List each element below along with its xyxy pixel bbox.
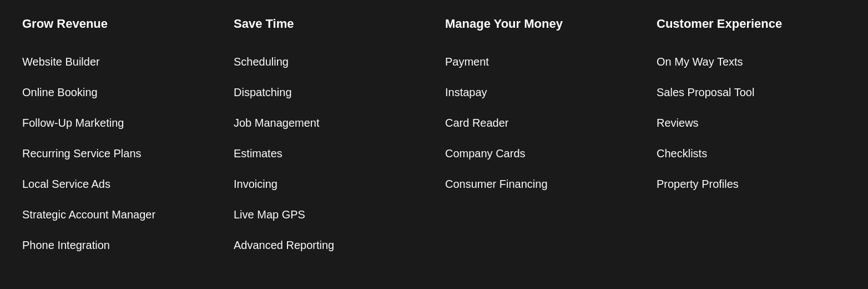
list-item[interactable]: Checklists — [657, 138, 846, 169]
list-item[interactable]: Follow-Up Marketing — [22, 108, 211, 138]
list-item[interactable]: Live Map GPS — [234, 200, 423, 230]
list-item[interactable]: Recurring Service Plans — [22, 138, 211, 169]
list-item[interactable]: Website Builder — [22, 47, 211, 77]
list-item[interactable]: Phone Integration — [22, 230, 211, 261]
list-item[interactable]: Strategic Account Manager — [22, 200, 211, 230]
list-item[interactable]: Estimates — [234, 138, 423, 169]
list-item[interactable]: Card Reader — [445, 108, 634, 138]
list-item[interactable]: Reviews — [657, 108, 846, 138]
list-item[interactable]: Advanced Reporting — [234, 230, 423, 261]
list-item[interactable]: Sales Proposal Tool — [657, 77, 846, 108]
column-grow-revenue: Grow RevenueWebsite BuilderOnline Bookin… — [11, 17, 223, 261]
list-item[interactable]: Dispatching — [234, 77, 423, 108]
list-item[interactable]: Invoicing — [234, 169, 423, 200]
column-items-save-time: SchedulingDispatchingJob ManagementEstim… — [234, 47, 423, 261]
features-grid: Grow RevenueWebsite BuilderOnline Bookin… — [11, 17, 857, 261]
column-header-grow-revenue: Grow Revenue — [22, 17, 211, 31]
column-customer-experience: Customer ExperienceOn My Way TextsSales … — [645, 17, 857, 261]
list-item[interactable]: Scheduling — [234, 47, 423, 77]
column-items-grow-revenue: Website BuilderOnline BookingFollow-Up M… — [22, 47, 211, 261]
list-item[interactable]: On My Way Texts — [657, 47, 846, 77]
list-item[interactable]: Consumer Financing — [445, 169, 634, 200]
list-item[interactable]: Payment — [445, 47, 634, 77]
list-item[interactable]: Instapay — [445, 77, 634, 108]
list-item[interactable]: Job Management — [234, 108, 423, 138]
column-manage-money: Manage Your MoneyPaymentInstapayCard Rea… — [434, 17, 645, 261]
list-item[interactable]: Online Booking — [22, 77, 211, 108]
list-item[interactable]: Property Profiles — [657, 169, 846, 200]
list-item[interactable]: Local Service Ads — [22, 169, 211, 200]
column-header-manage-money: Manage Your Money — [445, 17, 634, 31]
column-header-customer-experience: Customer Experience — [657, 17, 846, 31]
column-items-customer-experience: On My Way TextsSales Proposal ToolReview… — [657, 47, 846, 200]
list-item[interactable]: Company Cards — [445, 138, 634, 169]
column-save-time: Save TimeSchedulingDispatchingJob Manage… — [223, 17, 434, 261]
column-items-manage-money: PaymentInstapayCard ReaderCompany CardsC… — [445, 47, 634, 200]
column-header-save-time: Save Time — [234, 17, 423, 31]
